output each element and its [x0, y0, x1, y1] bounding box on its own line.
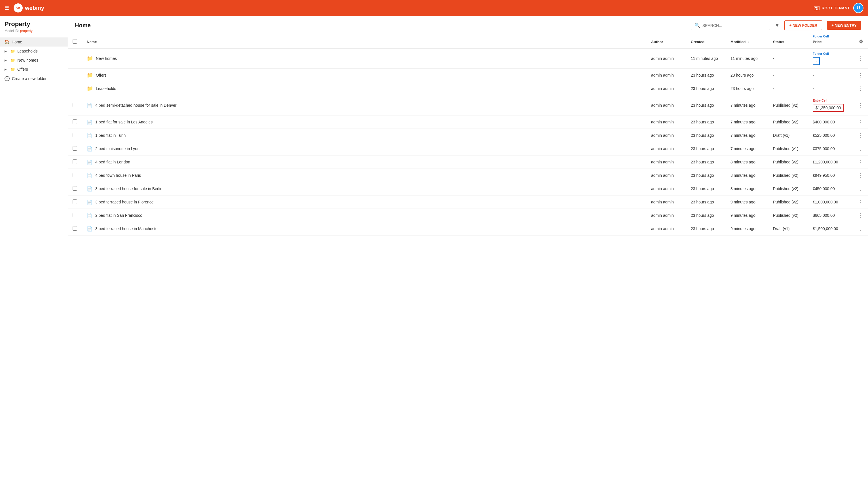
sidebar-item-new-homes[interactable]: ▶ 📁 New homes	[0, 56, 68, 65]
row-actions-cell[interactable]: ⋮	[853, 169, 868, 182]
row-more-options-icon[interactable]: ⋮	[858, 119, 864, 125]
search-input[interactable]	[702, 23, 766, 28]
row-name-text[interactable]: Offers	[96, 73, 107, 77]
new-folder-button[interactable]: + NEW FOLDER	[784, 20, 823, 30]
row-created-cell: 11 minutes ago	[686, 49, 726, 69]
new-entry-button[interactable]: + NEW ENTRY	[827, 21, 861, 30]
create-folder-button[interactable]: + Create a new folder	[0, 74, 68, 83]
th-settings[interactable]: ⚙	[853, 35, 868, 49]
row-price-cell: €525,000.00	[808, 129, 853, 142]
sidebar-item-leaseholds[interactable]: ▶ 📁 Leaseholds	[0, 47, 68, 56]
row-more-options-icon[interactable]: ⋮	[858, 186, 864, 192]
row-name-cell: 📄3 bed terraced house in Manchester	[82, 222, 647, 236]
row-checkbox[interactable]	[73, 120, 77, 124]
price-value: £1,200,000.00	[813, 160, 838, 164]
sidebar-item-offers[interactable]: ▶ 📁 Offers	[0, 65, 68, 74]
th-name: Name	[82, 35, 647, 49]
row-checkbox[interactable]	[73, 186, 77, 191]
row-name-cell: 📁Leaseholds	[82, 82, 647, 95]
row-price-cell: €450,000.00	[808, 182, 853, 196]
price-value: €949,950.00	[813, 173, 835, 178]
entry-row-icon: 📄	[87, 213, 93, 218]
row-more-options-icon[interactable]: ⋮	[858, 213, 864, 218]
row-status-cell: -	[768, 82, 808, 95]
row-name-text[interactable]: New homes	[96, 56, 117, 61]
row-more-options-icon[interactable]: ⋮	[858, 102, 864, 108]
row-modified-cell: 7 minutes ago	[726, 142, 768, 155]
row-more-options-icon[interactable]: ⋮	[858, 159, 864, 165]
row-checkbox[interactable]	[73, 226, 77, 231]
row-checkbox[interactable]	[73, 213, 77, 217]
row-name-text[interactable]: 2 bed maisonette in Lyon	[95, 146, 139, 151]
row-actions-cell[interactable]: ⋮	[853, 82, 868, 95]
row-actions-cell[interactable]: ⋮	[853, 129, 868, 142]
row-name-text[interactable]: 3 bed terraced house in Manchester	[95, 226, 159, 231]
row-name-text[interactable]: 4 bed town house in Paris	[95, 173, 141, 178]
price-value: $400,000.00	[813, 120, 835, 124]
menu-icon[interactable]: ☰	[4, 5, 9, 11]
row-more-options-icon[interactable]: ⋮	[858, 132, 864, 138]
sidebar-item-home[interactable]: 🏠 Home	[0, 38, 68, 47]
row-name-text[interactable]: 1 bed flat in Turin	[95, 133, 126, 138]
sidebar-model-id: Model ID: property	[0, 29, 68, 38]
row-more-options-icon[interactable]: ⋮	[858, 199, 864, 205]
row-created-cell: 23 hours ago	[686, 169, 726, 182]
row-actions-cell[interactable]: ⋮	[853, 209, 868, 222]
tenant-info: ROOT TENANT	[814, 6, 850, 10]
th-modified[interactable]: Modified ↓	[726, 35, 768, 49]
row-more-options-icon[interactable]: ⋮	[858, 86, 864, 91]
row-actions-cell[interactable]: ⋮	[853, 142, 868, 155]
row-name-text[interactable]: 1 bed flat for sale in Los Angeles	[95, 120, 153, 124]
filter-icon[interactable]: ▼	[775, 22, 780, 28]
row-modified-cell: 9 minutes ago	[726, 222, 768, 236]
row-actions-cell[interactable]: ⋮	[853, 116, 868, 129]
entry-row-icon: 📄	[87, 173, 93, 178]
row-price-cell: €1,000,000.00	[808, 196, 853, 209]
table-row: 📄4 bed semi-detached house for sale in D…	[68, 95, 868, 116]
row-more-options-icon[interactable]: ⋮	[858, 226, 864, 231]
row-modified-cell: 7 minutes ago	[726, 129, 768, 142]
svg-rect-2	[816, 7, 817, 8]
row-checkbox[interactable]	[73, 173, 77, 177]
row-price-cell: £1,200,000.00	[808, 155, 853, 169]
row-checkbox[interactable]	[73, 103, 77, 107]
row-actions-cell[interactable]: ⋮	[853, 196, 868, 209]
row-name-cell: 📁New homes	[82, 49, 647, 69]
row-name-text[interactable]: 3 bed terraced house for sale in Berlin	[95, 187, 162, 191]
search-box[interactable]: 🔍	[691, 21, 770, 30]
row-actions-cell[interactable]: ⋮	[853, 95, 868, 116]
row-price-cell: £1,500,000.00	[808, 222, 853, 236]
row-actions-cell[interactable]: ⋮	[853, 69, 868, 82]
modified-label: Modified	[731, 40, 745, 44]
row-more-options-icon[interactable]: ⋮	[858, 146, 864, 151]
row-checkbox[interactable]	[73, 199, 77, 204]
row-actions-cell[interactable]: ⋮	[853, 155, 868, 169]
row-name-text[interactable]: 4 bed flat in London	[95, 160, 130, 164]
row-name-text[interactable]: 3 bed terraced house in Florence	[95, 200, 153, 204]
row-modified-cell: 23 hours ago	[726, 82, 768, 95]
row-actions-cell[interactable]: ⋮	[853, 49, 868, 69]
row-checkbox[interactable]	[73, 159, 77, 164]
row-author-cell: admin admin	[647, 116, 686, 129]
row-name-text[interactable]: 2 bed flat in San Francisco	[95, 213, 142, 218]
settings-gear-icon[interactable]: ⚙	[859, 39, 863, 45]
row-actions-cell[interactable]: ⋮	[853, 182, 868, 196]
row-more-options-icon[interactable]: ⋮	[858, 56, 864, 61]
row-checkbox[interactable]	[73, 146, 77, 151]
row-name-text[interactable]: Leaseholds	[96, 86, 116, 91]
table-row: 📄3 bed terraced house in Florenceadmin a…	[68, 196, 868, 209]
row-more-options-icon[interactable]: ⋮	[858, 72, 864, 78]
user-avatar[interactable]: U	[853, 3, 864, 13]
table-body: 📁New homesadmin admin11 minutes ago11 mi…	[68, 49, 868, 236]
create-folder-label: Create a new folder	[12, 76, 47, 81]
row-status-cell: Published (v2)	[768, 182, 808, 196]
row-name-text[interactable]: 4 bed semi-detached house for sale in De…	[95, 103, 176, 107]
row-checkbox[interactable]	[73, 133, 77, 137]
row-more-options-icon[interactable]: ⋮	[858, 173, 864, 178]
main-layout: Property Model ID: property 🏠 Home ▶ 📁 L…	[0, 16, 868, 492]
row-modified-cell: 8 minutes ago	[726, 182, 768, 196]
row-name-cell: 📄4 bed semi-detached house for sale in D…	[82, 95, 647, 116]
row-created-cell: 23 hours ago	[686, 82, 726, 95]
row-actions-cell[interactable]: ⋮	[853, 222, 868, 236]
select-all-checkbox[interactable]	[73, 39, 77, 44]
